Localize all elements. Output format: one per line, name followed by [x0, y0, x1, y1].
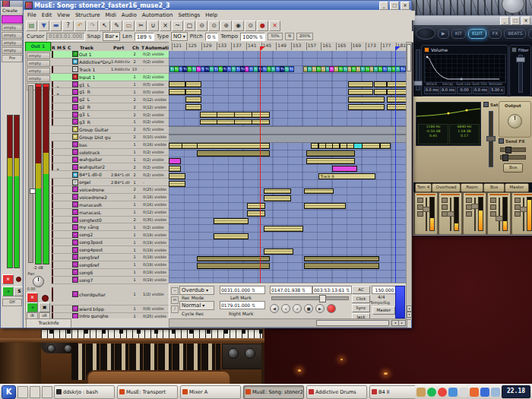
- position-slider[interactable]: [271, 296, 349, 300]
- mixer-record-button[interactable]: [16, 277, 21, 282]
- track-channel[interactable]: 2: [130, 105, 139, 109]
- task-button[interactable]: B4 II: [369, 385, 415, 399]
- task-button[interactable]: ddskrjo : bash: [54, 385, 115, 399]
- task-button[interactable]: Mixer A: [180, 385, 241, 399]
- ad-mixer-strip[interactable]: [511, 192, 532, 235]
- track-row[interactable]: ~song5ref10(19) visible: [51, 254, 169, 261]
- rec-arm-dot[interactable]: [52, 306, 53, 313]
- rec-arm-dot[interactable]: [52, 88, 53, 96]
- sync-button[interactable]: Sync: [352, 304, 370, 312]
- organ-knob[interactable]: [47, 344, 55, 353]
- audio-part[interactable]: [332, 166, 357, 172]
- rec-arm-cell[interactable]: [51, 201, 56, 209]
- rec-arm-cell[interactable]: [51, 277, 56, 284]
- volume-led[interactable]: [424, 47, 429, 52]
- track-name[interactable]: g3_L: [79, 112, 111, 117]
- rec-arm-cell[interactable]: [51, 246, 56, 254]
- volume-fader[interactable]: [28, 85, 33, 263]
- canvas-lane[interactable]: [169, 211, 406, 218]
- track-name[interactable]: chordguitar: [79, 292, 111, 297]
- position-slider-handle[interactable]: [319, 295, 326, 302]
- ad-mixer-strip[interactable]: [463, 192, 486, 235]
- punch-out-icon[interactable]: ⊙: [245, 21, 256, 31]
- tempo-value[interactable]: 150.000: [372, 286, 397, 294]
- midi-part[interactable]: Tra: [289, 66, 295, 72]
- open-icon[interactable]: ▼: [38, 21, 49, 31]
- rec-arm-dot[interactable]: [52, 201, 53, 209]
- audio-part[interactable]: [169, 89, 185, 95]
- track-automation[interactable]: 0(2) visible: [143, 173, 167, 177]
- master-button[interactable]: Master: [372, 306, 395, 315]
- network-icon[interactable]: [491, 388, 500, 397]
- scroll-down-arrow[interactable]: ▾: [407, 312, 412, 318]
- package-icon[interactable]: [416, 388, 426, 397]
- env-value[interactable]: 0.00 dB: [457, 87, 472, 94]
- rec-arm-cell[interactable]: [51, 149, 56, 157]
- track-row[interactable]: ~chordguitar11(2) visible: [51, 284, 169, 306]
- rec-arm-dot[interactable]: [52, 223, 53, 231]
- track-name[interactable]: wierd blipp: [79, 306, 111, 312]
- strip-mini-button[interactable]: [442, 204, 448, 210]
- effect-slot[interactable]: empty: [27, 52, 50, 59]
- track-channel[interactable]: 1: [130, 292, 139, 296]
- canvas-lane[interactable]: TraTraTraTraTraTraTraTraTraTraTraTraTraT…: [169, 66, 406, 74]
- track-channel[interactable]: 1: [130, 180, 139, 185]
- canvas-lane[interactable]: [169, 165, 406, 173]
- rec-arm-dot[interactable]: [52, 66, 53, 74]
- track-automation[interactable]: 1(2) visible: [143, 292, 167, 296]
- track-channel[interactable]: 1: [130, 262, 139, 267]
- canvas-lane[interactable]: [169, 126, 406, 135]
- canvas-lane[interactable]: [169, 111, 406, 119]
- track-automation[interactable]: 0(25) visible: [143, 314, 167, 318]
- scroll-up-arrow[interactable]: ▴: [407, 306, 412, 312]
- track-name[interactable]: Group Guitar: [79, 127, 111, 132]
- track-name[interactable]: Track 1: [79, 67, 111, 72]
- track-channel[interactable]: 1: [130, 90, 139, 94]
- effect-slot[interactable]: empty: [2, 47, 23, 54]
- rec-arm-cell[interactable]: [51, 217, 56, 224]
- audio-part[interactable]: [387, 89, 406, 95]
- track-name[interactable]: g2_R: [79, 104, 111, 109]
- rec-arm-cell[interactable]: [51, 103, 56, 111]
- track-row[interactable]: ~g2_L20(12) visible: [51, 96, 169, 103]
- rec-arm-cell[interactable]: [51, 163, 56, 171]
- track-channel[interactable]: 1: [130, 233, 139, 237]
- click-button[interactable]: Click: [352, 295, 370, 303]
- audio-part[interactable]: [197, 150, 270, 157]
- rec-arm-cell[interactable]: [51, 231, 56, 239]
- track-channel[interactable]: 1: [130, 240, 139, 245]
- track-row[interactable]: ~bas10(18) visible: [51, 141, 169, 149]
- track-name[interactable]: song5ref: [79, 255, 111, 260]
- track-channel[interactable]: 1: [130, 306, 139, 311]
- track-row[interactable]: ≡Group Dist guitar20(10) visible: [51, 134, 169, 141]
- rec-arm-cell[interactable]: [51, 186, 56, 194]
- track-automation[interactable]: 0(8) visible: [143, 306, 167, 311]
- panic-icon[interactable]: ×: [269, 21, 280, 31]
- rec-arm-dot[interactable]: [52, 261, 53, 269]
- track-automation[interactable]: 0(2) visible: [143, 150, 167, 154]
- rec-arm-cell[interactable]: [51, 223, 56, 231]
- track-automation[interactable]: 0(19) visible: [143, 248, 167, 252]
- track-port[interactable]: 2:B4*1.dll: [111, 173, 130, 177]
- track-row[interactable]: ~song3post10(19) visible: [51, 239, 169, 246]
- track-name[interactable]: song6: [79, 270, 111, 275]
- rec-arm-cell[interactable]: [51, 261, 56, 269]
- sendfx-slider-2[interactable]: [500, 155, 526, 160]
- ad-maximize-button[interactable]: □: [511, 17, 520, 25]
- track-row[interactable]: ~solotrack10(2) visible: [51, 149, 169, 157]
- rec-arm-dot[interactable]: [52, 239, 53, 246]
- audio-part[interactable]: [387, 81, 406, 87]
- track-channel[interactable]: 2: [130, 52, 139, 56]
- rec-arm-cell[interactable]: [51, 156, 56, 163]
- mute-tool-icon[interactable]: ×: [160, 21, 171, 31]
- env-value[interactable]: 0.0 ms: [473, 87, 488, 94]
- mixer-effect-rack[interactable]: emptyemptyemptyempty: [1, 24, 24, 54]
- ad-mixer-strip[interactable]: [414, 192, 438, 235]
- sendfx-handle-2[interactable]: [502, 154, 508, 161]
- sendfx-led[interactable]: [499, 138, 504, 144]
- canvas-lane[interactable]: [169, 157, 406, 165]
- track-channel[interactable]: 10: [130, 67, 139, 71]
- snap-select[interactable]: Bar: [103, 32, 120, 41]
- monitor-button[interactable]: ◂: [27, 302, 38, 312]
- track-channel[interactable]: 2: [130, 135, 139, 139]
